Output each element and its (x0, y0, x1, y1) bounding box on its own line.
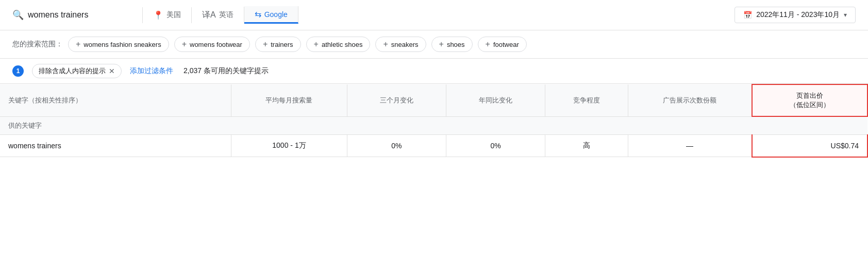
col-header-search-vol[interactable]: 平均每月搜索量 (231, 84, 347, 116)
cell-keyword[interactable]: womens trainers (0, 135, 231, 157)
chip-label: footwear (493, 41, 519, 48)
chip-label: shoes (447, 41, 465, 48)
language-icon: 译A (202, 10, 216, 21)
cell-bid-low: US$0.74 (752, 135, 867, 157)
calendar-icon: 📅 (743, 11, 752, 19)
cell-competition: 高 (545, 135, 628, 157)
engine-selector[interactable]: ⇆ Google (244, 6, 298, 24)
filter-bar-label: 您的搜索范围： (12, 40, 63, 49)
filter-chip-footwear[interactable]: + footwear (478, 37, 527, 52)
cell-three-month: 0% (347, 135, 446, 157)
filter-bar: 您的搜索范围： + womens fashion sneakers + wome… (0, 30, 868, 59)
search-icon: 🔍 (12, 9, 24, 21)
chip-label: trainers (271, 41, 293, 48)
plus-icon: + (263, 40, 268, 49)
chip-label: womens footwear (190, 41, 242, 48)
location-label: 美国 (166, 10, 181, 20)
active-filter-tag[interactable]: 排除含成人内容的提示 ✕ (32, 64, 122, 78)
filter-chip-shoes[interactable]: + shoes (431, 37, 473, 52)
chevron-down-icon: ▾ (844, 11, 847, 19)
location-icon: 📍 (153, 10, 163, 20)
cell-search-vol: 1000 - 1万 (231, 135, 347, 157)
chip-label: womens fashion sneakers (84, 41, 161, 48)
search-query: womens trainers (28, 10, 88, 20)
chip-label: athletic shoes (322, 41, 363, 48)
add-filter-link[interactable]: 添加过滤条件 (130, 66, 173, 76)
col-header-keyword[interactable]: 关键字（按相关性排序） (0, 84, 231, 116)
col-header-yoy[interactable]: 年同比变化 (446, 84, 545, 116)
date-range-selector[interactable]: 📅 2022年11月 - 2023年10月 ▾ (735, 7, 856, 23)
filter-chip-womens-footwear[interactable]: + womens footwear (174, 37, 250, 52)
filter-chip-trainers[interactable]: + trainers (255, 37, 301, 52)
plus-icon: + (383, 40, 388, 49)
filter-chip-womens-fashion-sneakers[interactable]: + womens fashion sneakers (68, 37, 169, 52)
location-selector[interactable]: 📍 美国 (142, 7, 192, 23)
search-area: 🔍 womens trainers (12, 9, 126, 21)
keywords-table: 关键字（按相关性排序） 平均每月搜索量 三个月变化 年同比变化 竞争程度 广告展… (0, 84, 868, 158)
chip-label: sneakers (391, 41, 419, 48)
col-header-bid-low: 页首出价 （低位区间） (752, 84, 867, 116)
col-header-three-month[interactable]: 三个月变化 (347, 84, 446, 116)
section-header-row: 供的关键字 (0, 116, 867, 135)
language-selector[interactable]: 译A 英语 (192, 7, 244, 24)
filter-count-badge: 1 (12, 65, 24, 77)
table-header-row: 关键字（按相关性排序） 平均每月搜索量 三个月变化 年同比变化 竞争程度 广告展… (0, 84, 867, 116)
plus-icon: + (76, 40, 80, 49)
language-label: 英语 (219, 10, 233, 20)
cell-impression-share: — (628, 135, 752, 157)
section-label: 供的关键字 (0, 116, 867, 135)
table-row: womens trainers 1000 - 1万 0% 0% 高 — US$0… (0, 135, 867, 157)
col-header-competition[interactable]: 竞争程度 (545, 84, 628, 116)
col-header-impression-share[interactable]: 广告展示次数份额 (628, 84, 752, 116)
close-filter-icon[interactable]: ✕ (109, 67, 115, 75)
filter-chip-sneakers[interactable]: + sneakers (375, 37, 426, 52)
plus-icon: + (314, 40, 319, 49)
results-count: 2,037 条可用的关键字提示 (183, 66, 269, 76)
plus-icon: + (182, 40, 187, 49)
engine-icon: ⇆ (255, 9, 261, 19)
plus-icon: + (439, 40, 444, 49)
top-bar-options: 📍 美国 译A 英语 ⇆ Google (142, 6, 718, 24)
top-bar: 🔍 womens trainers 📍 美国 译A 英语 ⇆ Google 📅 … (0, 0, 868, 30)
plus-icon: + (486, 40, 490, 49)
date-range-text: 2022年11月 - 2023年10月 (756, 10, 840, 20)
results-bar: 1 排除含成人内容的提示 ✕ 添加过滤条件 2,037 条可用的关键字提示 (0, 59, 868, 84)
engine-label: Google (264, 10, 288, 19)
filter-chip-athletic-shoes[interactable]: + athletic shoes (306, 37, 371, 52)
cell-yoy: 0% (446, 135, 545, 157)
filter-tag-label: 排除含成人内容的提示 (39, 66, 106, 76)
